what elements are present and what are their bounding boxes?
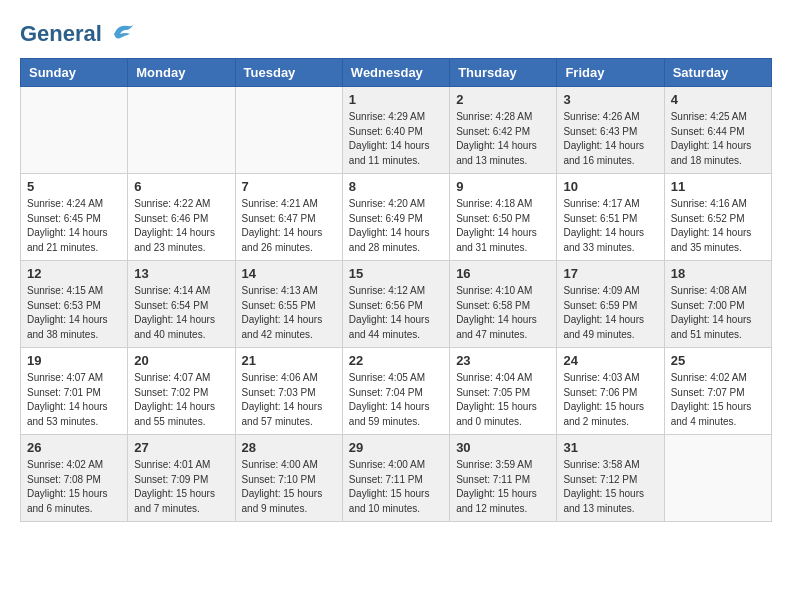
calendar-cell: 30Sunrise: 3:59 AMSunset: 7:11 PMDayligh… — [450, 435, 557, 522]
calendar-cell: 27Sunrise: 4:01 AMSunset: 7:09 PMDayligh… — [128, 435, 235, 522]
page-header: General — [20, 20, 772, 48]
day-info: Sunrise: 4:08 AMSunset: 7:00 PMDaylight:… — [671, 284, 765, 342]
calendar-cell — [664, 435, 771, 522]
day-info: Sunrise: 4:13 AMSunset: 6:55 PMDaylight:… — [242, 284, 336, 342]
day-number: 24 — [563, 353, 657, 368]
day-number: 2 — [456, 92, 550, 107]
day-info: Sunrise: 4:05 AMSunset: 7:04 PMDaylight:… — [349, 371, 443, 429]
day-number: 11 — [671, 179, 765, 194]
calendar-cell: 18Sunrise: 4:08 AMSunset: 7:00 PMDayligh… — [664, 261, 771, 348]
day-info: Sunrise: 4:22 AMSunset: 6:46 PMDaylight:… — [134, 197, 228, 255]
calendar-week-row: 5Sunrise: 4:24 AMSunset: 6:45 PMDaylight… — [21, 174, 772, 261]
calendar-cell: 19Sunrise: 4:07 AMSunset: 7:01 PMDayligh… — [21, 348, 128, 435]
calendar-cell: 31Sunrise: 3:58 AMSunset: 7:12 PMDayligh… — [557, 435, 664, 522]
day-number: 22 — [349, 353, 443, 368]
day-number: 25 — [671, 353, 765, 368]
logo: General — [20, 20, 136, 48]
calendar-cell: 22Sunrise: 4:05 AMSunset: 7:04 PMDayligh… — [342, 348, 449, 435]
calendar-cell: 29Sunrise: 4:00 AMSunset: 7:11 PMDayligh… — [342, 435, 449, 522]
day-info: Sunrise: 4:12 AMSunset: 6:56 PMDaylight:… — [349, 284, 443, 342]
calendar-cell: 23Sunrise: 4:04 AMSunset: 7:05 PMDayligh… — [450, 348, 557, 435]
day-number: 19 — [27, 353, 121, 368]
day-info: Sunrise: 4:28 AMSunset: 6:42 PMDaylight:… — [456, 110, 550, 168]
day-info: Sunrise: 4:00 AMSunset: 7:11 PMDaylight:… — [349, 458, 443, 516]
calendar-cell: 15Sunrise: 4:12 AMSunset: 6:56 PMDayligh… — [342, 261, 449, 348]
day-number: 10 — [563, 179, 657, 194]
day-number: 26 — [27, 440, 121, 455]
day-info: Sunrise: 3:58 AMSunset: 7:12 PMDaylight:… — [563, 458, 657, 516]
day-info: Sunrise: 4:18 AMSunset: 6:50 PMDaylight:… — [456, 197, 550, 255]
day-info: Sunrise: 4:17 AMSunset: 6:51 PMDaylight:… — [563, 197, 657, 255]
weekday-header: Wednesday — [342, 59, 449, 87]
calendar-cell: 17Sunrise: 4:09 AMSunset: 6:59 PMDayligh… — [557, 261, 664, 348]
calendar-body: 1Sunrise: 4:29 AMSunset: 6:40 PMDaylight… — [21, 87, 772, 522]
day-info: Sunrise: 4:29 AMSunset: 6:40 PMDaylight:… — [349, 110, 443, 168]
calendar-week-row: 26Sunrise: 4:02 AMSunset: 7:08 PMDayligh… — [21, 435, 772, 522]
day-number: 12 — [27, 266, 121, 281]
day-info: Sunrise: 4:03 AMSunset: 7:06 PMDaylight:… — [563, 371, 657, 429]
weekday-header: Tuesday — [235, 59, 342, 87]
day-number: 20 — [134, 353, 228, 368]
calendar-cell — [235, 87, 342, 174]
day-number: 27 — [134, 440, 228, 455]
calendar-week-row: 1Sunrise: 4:29 AMSunset: 6:40 PMDaylight… — [21, 87, 772, 174]
day-info: Sunrise: 4:25 AMSunset: 6:44 PMDaylight:… — [671, 110, 765, 168]
calendar-cell: 7Sunrise: 4:21 AMSunset: 6:47 PMDaylight… — [235, 174, 342, 261]
day-info: Sunrise: 4:07 AMSunset: 7:02 PMDaylight:… — [134, 371, 228, 429]
calendar-week-row: 12Sunrise: 4:15 AMSunset: 6:53 PMDayligh… — [21, 261, 772, 348]
calendar-cell: 1Sunrise: 4:29 AMSunset: 6:40 PMDaylight… — [342, 87, 449, 174]
calendar-week-row: 19Sunrise: 4:07 AMSunset: 7:01 PMDayligh… — [21, 348, 772, 435]
day-number: 17 — [563, 266, 657, 281]
day-info: Sunrise: 4:15 AMSunset: 6:53 PMDaylight:… — [27, 284, 121, 342]
day-info: Sunrise: 4:06 AMSunset: 7:03 PMDaylight:… — [242, 371, 336, 429]
day-info: Sunrise: 4:24 AMSunset: 6:45 PMDaylight:… — [27, 197, 121, 255]
calendar-cell: 16Sunrise: 4:10 AMSunset: 6:58 PMDayligh… — [450, 261, 557, 348]
day-number: 6 — [134, 179, 228, 194]
calendar-cell — [128, 87, 235, 174]
calendar-cell: 10Sunrise: 4:17 AMSunset: 6:51 PMDayligh… — [557, 174, 664, 261]
calendar-cell: 12Sunrise: 4:15 AMSunset: 6:53 PMDayligh… — [21, 261, 128, 348]
day-number: 5 — [27, 179, 121, 194]
day-number: 9 — [456, 179, 550, 194]
day-number: 3 — [563, 92, 657, 107]
day-info: Sunrise: 4:02 AMSunset: 7:07 PMDaylight:… — [671, 371, 765, 429]
calendar-cell: 5Sunrise: 4:24 AMSunset: 6:45 PMDaylight… — [21, 174, 128, 261]
calendar-cell: 28Sunrise: 4:00 AMSunset: 7:10 PMDayligh… — [235, 435, 342, 522]
day-number: 16 — [456, 266, 550, 281]
calendar-cell: 11Sunrise: 4:16 AMSunset: 6:52 PMDayligh… — [664, 174, 771, 261]
day-number: 29 — [349, 440, 443, 455]
day-number: 8 — [349, 179, 443, 194]
calendar-cell: 21Sunrise: 4:06 AMSunset: 7:03 PMDayligh… — [235, 348, 342, 435]
day-info: Sunrise: 4:09 AMSunset: 6:59 PMDaylight:… — [563, 284, 657, 342]
calendar-cell: 8Sunrise: 4:20 AMSunset: 6:49 PMDaylight… — [342, 174, 449, 261]
day-info: Sunrise: 3:59 AMSunset: 7:11 PMDaylight:… — [456, 458, 550, 516]
calendar-cell — [21, 87, 128, 174]
calendar-cell: 25Sunrise: 4:02 AMSunset: 7:07 PMDayligh… — [664, 348, 771, 435]
calendar-cell: 24Sunrise: 4:03 AMSunset: 7:06 PMDayligh… — [557, 348, 664, 435]
weekday-header: Thursday — [450, 59, 557, 87]
weekday-header: Friday — [557, 59, 664, 87]
weekday-header: Monday — [128, 59, 235, 87]
day-number: 15 — [349, 266, 443, 281]
day-info: Sunrise: 4:10 AMSunset: 6:58 PMDaylight:… — [456, 284, 550, 342]
day-info: Sunrise: 4:02 AMSunset: 7:08 PMDaylight:… — [27, 458, 121, 516]
day-info: Sunrise: 4:01 AMSunset: 7:09 PMDaylight:… — [134, 458, 228, 516]
calendar-cell: 26Sunrise: 4:02 AMSunset: 7:08 PMDayligh… — [21, 435, 128, 522]
day-info: Sunrise: 4:16 AMSunset: 6:52 PMDaylight:… — [671, 197, 765, 255]
day-number: 31 — [563, 440, 657, 455]
calendar-cell: 20Sunrise: 4:07 AMSunset: 7:02 PMDayligh… — [128, 348, 235, 435]
calendar-cell: 9Sunrise: 4:18 AMSunset: 6:50 PMDaylight… — [450, 174, 557, 261]
day-info: Sunrise: 4:21 AMSunset: 6:47 PMDaylight:… — [242, 197, 336, 255]
calendar-header-row: SundayMondayTuesdayWednesdayThursdayFrid… — [21, 59, 772, 87]
day-info: Sunrise: 4:26 AMSunset: 6:43 PMDaylight:… — [563, 110, 657, 168]
calendar-cell: 14Sunrise: 4:13 AMSunset: 6:55 PMDayligh… — [235, 261, 342, 348]
day-info: Sunrise: 4:20 AMSunset: 6:49 PMDaylight:… — [349, 197, 443, 255]
day-number: 7 — [242, 179, 336, 194]
day-number: 18 — [671, 266, 765, 281]
calendar-table: SundayMondayTuesdayWednesdayThursdayFrid… — [20, 58, 772, 522]
weekday-header: Sunday — [21, 59, 128, 87]
logo-bird-icon — [106, 20, 136, 48]
logo-text: General — [20, 23, 102, 45]
calendar-cell: 4Sunrise: 4:25 AMSunset: 6:44 PMDaylight… — [664, 87, 771, 174]
day-number: 30 — [456, 440, 550, 455]
